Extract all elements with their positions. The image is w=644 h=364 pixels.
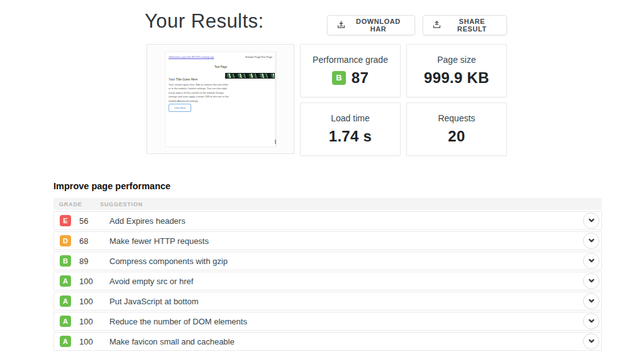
suggestion-text: Put JavaScript at bottom — [101, 297, 199, 306]
suggestion-text: Add Expires headers — [101, 216, 186, 226]
expand-row-button[interactable] — [583, 333, 599, 350]
chevron-down-icon — [588, 256, 595, 266]
improve-section-title: Improve page performance — [53, 181, 170, 191]
thumbnail-content-heading: Your Title Goes Here — [169, 77, 197, 81]
page-title: Your Results: — [145, 10, 264, 33]
suggestion-text: Avoid empty src or href — [101, 277, 193, 286]
expand-row-button[interactable] — [583, 253, 599, 269]
grade-badge: B — [60, 255, 71, 267]
thumbnail-site-url: affirmative-capuchin-857255.instawp.xyz — [169, 55, 214, 58]
page-size-label: Page size — [437, 55, 475, 65]
download-icon — [336, 20, 346, 31]
performance-grade-label: Performance grade — [313, 55, 388, 65]
requests-label: Requests — [438, 113, 475, 123]
grade-score: 100 — [71, 277, 101, 286]
suggestion-row: B 89 Compress components with gzip — [53, 251, 602, 270]
grade-score: 56 — [71, 216, 101, 226]
suggestion-row: A 100 Reduce the number of DOM elements — [53, 312, 602, 331]
grade-score: 100 — [71, 317, 101, 326]
expand-row-button[interactable] — [583, 313, 599, 329]
suggestion-column-header: SUGGESTION — [100, 201, 143, 207]
suggestion-row: A 100 Put JavaScript at bottom — [53, 292, 602, 311]
suggestion-text: Make fewer HTTP requests — [101, 236, 209, 246]
thumbnail-hero-image — [225, 73, 275, 79]
suggestion-text: Reduce the number of DOM elements — [101, 317, 247, 326]
grade-badge: A — [60, 295, 71, 307]
grade-score: 100 — [71, 337, 101, 346]
requests-value: 20 — [448, 128, 465, 145]
expand-row-button[interactable] — [583, 273, 599, 289]
performance-grade-value: 87 — [352, 69, 369, 87]
page-screenshot-thumbnail[interactable]: affirmative-capuchin-857255.instawp.xyz … — [147, 44, 294, 154]
thumbnail-scrollbar — [275, 52, 276, 146]
performance-grade-card: Performance grade B 87 — [300, 44, 401, 97]
chevron-down-icon — [588, 297, 595, 306]
chevron-down-icon — [588, 277, 595, 286]
expand-row-button[interactable] — [583, 293, 599, 309]
chevron-down-icon — [588, 317, 595, 326]
chevron-down-icon — [588, 216, 595, 226]
download-har-label: DOWNLOAD HAR — [351, 18, 406, 33]
load-time-card: Load time 1.74 s — [300, 102, 401, 156]
suggestion-row: E 56 Add Expires headers — [53, 211, 602, 230]
suggestion-text: Make favicon small and cacheable — [101, 337, 235, 346]
requests-card: Requests 20 — [406, 102, 507, 156]
results-page: Your Results: DOWNLOAD HAR SHARE RESULT … — [0, 0, 644, 364]
download-har-button[interactable]: DOWNLOAD HAR — [327, 15, 415, 35]
grade-score: 68 — [71, 236, 101, 246]
thumbnail-page-title: Test Page — [165, 65, 276, 69]
suggestion-row: A 100 Avoid empty src or href — [53, 272, 602, 290]
thumbnail-click-here-button: Click Here — [169, 104, 191, 112]
chevron-down-icon — [588, 236, 595, 246]
page-size-value: 999.9 KB — [424, 69, 489, 87]
grade-score: 100 — [71, 297, 101, 306]
grade-badge: A — [60, 275, 71, 287]
grade-badge: A — [60, 336, 71, 347]
thumbnail-site-nav: Sample Page/Test Page — [245, 55, 272, 58]
share-result-label: SHARE RESULT — [447, 18, 497, 33]
suggestion-row: D 68 Make fewer HTTP requests — [53, 231, 602, 250]
thumbnail-body-text: Your content goes here. Edit or remove t… — [169, 83, 229, 103]
thumbnail-rendered-page: affirmative-capuchin-857255.instawp.xyz … — [165, 52, 277, 147]
page-size-card: Page size 999.9 KB — [406, 44, 507, 97]
suggestion-text: Compress components with gzip — [101, 256, 228, 266]
performance-grade-badge: B — [332, 71, 346, 85]
grade-badge: E — [60, 215, 71, 226]
load-time-label: Load time — [331, 113, 369, 123]
suggestion-row: A 100 Make favicon small and cacheable — [53, 332, 602, 351]
suggestions-table-header: GRADE SUGGESTION — [53, 198, 602, 210]
grade-column-header: GRADE — [53, 201, 100, 207]
grade-badge: D — [60, 235, 71, 246]
expand-row-button[interactable] — [583, 233, 599, 249]
share-result-button[interactable]: SHARE RESULT — [423, 15, 507, 35]
load-time-value: 1.74 s — [329, 128, 372, 145]
expand-row-button[interactable] — [583, 212, 599, 229]
suggestion-rows: E 56 Add Expires headers D 68 Make fewer… — [53, 211, 602, 351]
grade-score: 89 — [71, 256, 101, 266]
chevron-down-icon — [588, 337, 595, 346]
grade-badge: A — [60, 316, 71, 327]
share-icon — [432, 20, 441, 31]
suggestions-table: GRADE SUGGESTION E 56 Add Expires header… — [53, 198, 602, 352]
